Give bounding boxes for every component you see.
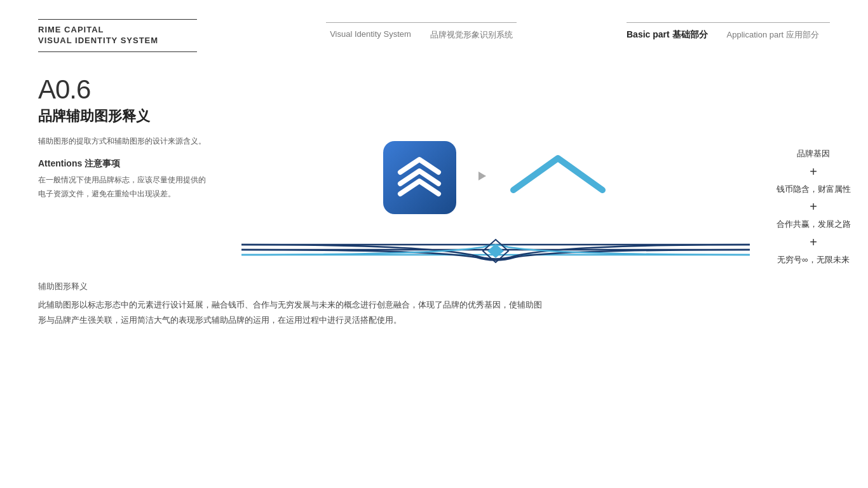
bottom-body: 此辅助图形以标志形态中的元素进行设计延展，融合钱币、合作与无穷发展与未来的概念进… <box>38 297 546 329</box>
plus-2: + <box>810 200 817 214</box>
logo-line2: VISUAL IDENTITY SYSTEM <box>38 36 216 46</box>
header: RIME CAPITAL VISUAL IDENTITY SYSTEM Visu… <box>0 0 868 52</box>
svg-marker-0 <box>478 172 486 180</box>
plus-3: + <box>810 235 817 250</box>
nav-right-links: Basic part 基础部分 Application part 应用部分 <box>627 29 830 41</box>
plus-1: + <box>810 165 817 179</box>
left-panel: 辅助图形的提取方式和辅助图形的设计来源含义。 Attentions 注意事项 在… <box>38 135 241 268</box>
logo-area: RIME CAPITAL VISUAL IDENTITY SYSTEM <box>38 19 216 52</box>
content-area: 辅助图形的提取方式和辅助图形的设计来源含义。 Attentions 注意事项 在… <box>38 135 830 268</box>
right-item-1: 品牌基因 <box>797 147 830 161</box>
logo-bottom-line <box>38 51 197 52</box>
bottom-section: 辅助图形释义 此辅助图形以标志形态中的元素进行设计延展，融合钱币、合作与无穷发展… <box>0 268 868 329</box>
nav-right: Basic part 基础部分 Application part 应用部分 <box>627 19 830 41</box>
ribbon-divider-svg <box>241 233 750 268</box>
logo-chevrons-white <box>394 154 445 200</box>
chevron-blue-single <box>507 152 609 203</box>
logo-top-line <box>38 19 197 20</box>
nav-right-line <box>627 22 830 23</box>
center-panel <box>241 135 750 268</box>
page: RIME CAPITAL VISUAL IDENTITY SYSTEM Visu… <box>0 0 868 488</box>
bottom-subtitle: 辅助图形释义 <box>38 281 830 292</box>
logo-demo-wrapper <box>383 141 609 214</box>
attentions-title: Attentions 注意事项 <box>38 158 241 170</box>
nav-center: Visual Identity System 品牌视觉形象识别系统 <box>326 19 517 41</box>
right-item-2: 钱币隐含，财富属性 <box>776 183 851 196</box>
nav-center-line <box>326 22 517 23</box>
nav-links: Visual Identity System 品牌视觉形象识别系统 <box>330 29 513 41</box>
attentions-text: 在一般情况下使用品牌标志，应该尽量使用提供的电子资源文件，避免在重绘中出现误差。 <box>38 173 210 201</box>
logo-line1: RIME CAPITAL <box>38 25 216 36</box>
divider-graphic <box>241 233 750 268</box>
page-number: A0.6 <box>38 76 830 103</box>
main-content: A0.6 品牌辅助图形释义 辅助图形的提取方式和辅助图形的设计来源含义。 Att… <box>0 52 868 268</box>
page-title: 品牌辅助图形释义 <box>38 107 830 126</box>
right-item-3: 合作共赢，发展之路 <box>776 218 851 231</box>
right-panel: 品牌基因 + 钱币隐含，财富属性 + 合作共赢，发展之路 + 无穷号∞，无限未来 <box>750 135 868 268</box>
logo-icon-box <box>383 141 456 214</box>
play-arrow-icon <box>475 170 488 182</box>
nav-right-basic[interactable]: Basic part 基础部分 <box>627 29 708 41</box>
arrow-icon <box>475 170 488 185</box>
nav-link-cn[interactable]: 品牌视觉形象识别系统 <box>430 29 513 41</box>
desc-text: 辅助图形的提取方式和辅助图形的设计来源含义。 <box>38 135 210 149</box>
logo-title: RIME CAPITAL VISUAL IDENTITY SYSTEM <box>38 25 216 46</box>
right-item-4: 无穷号∞，无限未来 <box>777 254 849 267</box>
nav-right-application[interactable]: Application part 应用部分 <box>727 29 819 41</box>
nav-link-en[interactable]: Visual Identity System <box>330 29 411 41</box>
extracted-shape <box>507 152 609 203</box>
